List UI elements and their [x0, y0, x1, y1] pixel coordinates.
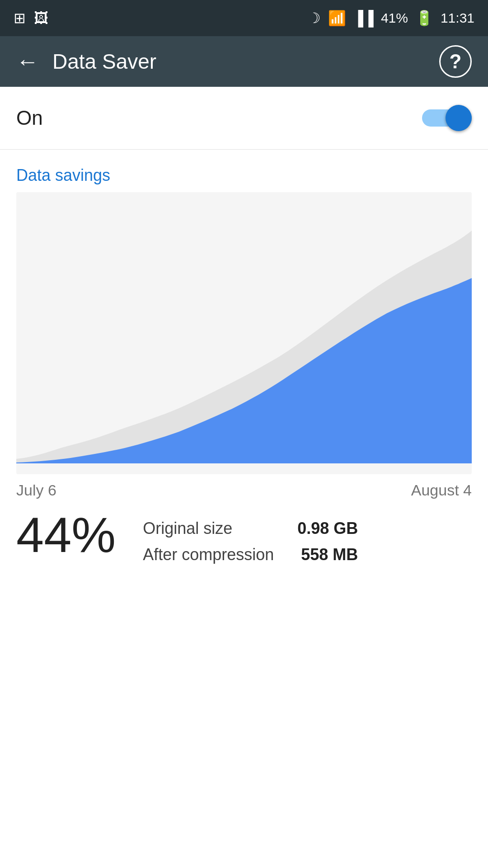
chat-icon: ⊞ — [14, 11, 26, 25]
help-icon: ? — [450, 50, 462, 73]
toggle-row: On — [0, 87, 488, 150]
help-button[interactable]: ? — [439, 45, 472, 78]
stats-details: Original size 0.98 GB After compression … — [143, 510, 358, 564]
back-button[interactable]: ← — [16, 48, 39, 75]
toggle-label: On — [16, 107, 43, 129]
image-icon: 🖼 — [34, 11, 48, 25]
battery-percent: 41% — [381, 10, 408, 26]
section-title: Data savings — [16, 166, 110, 184]
battery-icon: 🔋 — [415, 11, 433, 25]
chart-container — [0, 192, 488, 474]
moon-icon: ☽ — [308, 11, 321, 25]
status-left: ⊞ 🖼 — [14, 11, 48, 25]
app-bar-left: ← Data Saver — [16, 48, 156, 75]
date-end: August 4 — [411, 481, 472, 499]
wifi-icon: 📶 — [328, 11, 346, 25]
status-right: ☽ 📶 ▐▐ 41% 🔋 11:31 — [308, 10, 474, 26]
compressed-size-label: After compression — [143, 545, 274, 564]
time-display: 11:31 — [441, 10, 474, 26]
original-size-label: Original size — [143, 519, 232, 538]
date-row: July 6 August 4 — [0, 474, 488, 499]
original-size-row: Original size 0.98 GB — [143, 519, 358, 538]
status-bar: ⊞ 🖼 ☽ 📶 ▐▐ 41% 🔋 11:31 — [0, 0, 488, 36]
section-header: Data savings — [0, 150, 488, 192]
app-bar: ← Data Saver ? — [0, 36, 488, 87]
toggle-thumb — [446, 105, 472, 131]
date-start: July 6 — [16, 481, 56, 499]
original-size-value: 0.98 GB — [297, 519, 358, 538]
compressed-size-value: 558 MB — [301, 545, 358, 564]
savings-percentage: 44% — [16, 510, 116, 560]
signal-icon: ▐▐ — [353, 11, 374, 25]
compressed-size-row: After compression 558 MB — [143, 545, 358, 564]
stats-row: 44% Original size 0.98 GB After compress… — [0, 499, 488, 564]
savings-chart — [16, 192, 472, 474]
data-saver-toggle[interactable] — [422, 105, 472, 131]
page-title: Data Saver — [52, 49, 156, 74]
